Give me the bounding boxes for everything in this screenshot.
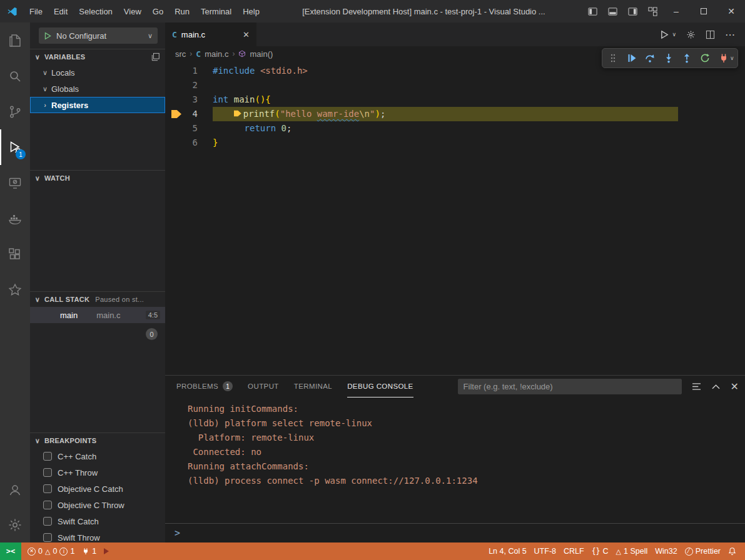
breadcrumb-folder[interactable]: src: [175, 49, 186, 59]
collapse-all-icon[interactable]: [151, 52, 160, 61]
remote-explorer-icon[interactable]: [0, 165, 30, 201]
search-icon[interactable]: [0, 58, 30, 94]
notifications-bell-icon[interactable]: [724, 542, 740, 560]
problems-indicator[interactable]: ✕ 0 △ 0 i 1: [21, 542, 78, 560]
extensions-icon[interactable]: [0, 236, 30, 272]
maximize-button[interactable]: [690, 0, 717, 22]
continue-button[interactable]: [624, 51, 639, 66]
gutter[interactable]: [165, 92, 181, 107]
variables-item-locals[interactable]: ∨Locals: [30, 64, 165, 81]
breakpoint-checkbox[interactable]: [43, 533, 52, 542]
gutter[interactable]: [165, 107, 181, 121]
close-panel-icon[interactable]: ✕: [731, 381, 739, 392]
breakpoint-checkbox[interactable]: [43, 517, 52, 526]
toggle-sidebar-icon[interactable]: [582, 0, 602, 22]
step-over-button[interactable]: [642, 51, 657, 66]
step-into-button[interactable]: [661, 51, 676, 66]
drag-grip-icon[interactable]: [606, 51, 621, 66]
breakpoint-checkbox[interactable]: [43, 501, 52, 509]
account-icon[interactable]: [0, 472, 30, 508]
more-actions-icon[interactable]: ⋯: [725, 29, 735, 41]
code-line-4[interactable]: 4 printf("hello wamr-ide\n");: [165, 107, 745, 121]
panel-tab-output[interactable]: OUTPUT: [248, 376, 279, 398]
breakpoint-row[interactable]: Swift Throw: [30, 529, 165, 542]
menu-selection[interactable]: Selection: [73, 0, 118, 22]
breadcrumb-file[interactable]: main.c: [205, 49, 228, 59]
gutter[interactable]: [165, 64, 181, 78]
editor-group: C main.c ✕ ∨ ⋯ src › C main.c ›: [165, 22, 745, 542]
launch-config-dropdown[interactable]: No Configurat ∨: [39, 28, 158, 44]
settings-gear-icon[interactable]: [0, 508, 30, 542]
breakpoint-row[interactable]: Swift Catch: [30, 513, 165, 529]
tab-main-c[interactable]: C main.c ✕: [165, 22, 256, 46]
remote-indicator[interactable]: ><: [0, 542, 21, 560]
split-editor-icon[interactable]: [706, 30, 715, 39]
menu-help[interactable]: Help: [237, 0, 265, 22]
debug-console-output[interactable]: Running initCommands:(lldb) platform sel…: [165, 398, 745, 523]
eol-indicator[interactable]: CRLF: [560, 542, 588, 560]
code-line-5[interactable]: 5 return 0;: [165, 121, 745, 136]
code-line-2[interactable]: 2: [165, 78, 745, 92]
source-control-icon[interactable]: [0, 94, 30, 129]
settings-gear-icon[interactable]: [686, 30, 696, 39]
step-out-button[interactable]: [679, 51, 694, 66]
run-file-button[interactable]: [660, 30, 669, 39]
breakpoint-checkbox[interactable]: [43, 468, 52, 477]
platform-indicator[interactable]: Win32: [651, 542, 681, 560]
code-line-3[interactable]: 3int main(){: [165, 92, 745, 107]
chevron-down-icon[interactable]: ∨: [672, 31, 676, 38]
menu-run[interactable]: Run: [169, 0, 195, 22]
breakpoint-checkbox[interactable]: [43, 484, 52, 493]
breadcrumb-symbol[interactable]: main(): [250, 49, 273, 59]
panel-tab-terminal[interactable]: TERMINAL: [294, 376, 332, 398]
call-stack-header[interactable]: ∨ CALL STACK Paused on st...: [30, 292, 165, 307]
gutter[interactable]: [165, 136, 181, 150]
variables-item-registers[interactable]: ›Registers: [30, 97, 165, 113]
debug-status-icon[interactable]: [100, 542, 113, 560]
spell-checker-indicator[interactable]: △ 1 Spell: [612, 542, 652, 560]
breakpoint-row[interactable]: C++ Throw: [30, 464, 165, 481]
disconnect-button[interactable]: [716, 51, 731, 66]
gutter[interactable]: [165, 121, 181, 136]
run-and-debug-icon[interactable]: 1: [0, 129, 30, 165]
docker-icon[interactable]: [0, 201, 30, 236]
customize-layout-icon[interactable]: [642, 0, 662, 22]
variables-header[interactable]: ∨ VARIABLES: [30, 49, 165, 64]
close-button[interactable]: ✕: [717, 0, 745, 22]
explorer-icon[interactable]: [0, 22, 30, 58]
chevron-down-icon[interactable]: ∨: [730, 55, 734, 61]
restart-button[interactable]: [697, 51, 712, 66]
gutter[interactable]: [165, 78, 181, 92]
code-editor[interactable]: 1#include <stdio.h>23int main(){4 printf…: [165, 61, 745, 375]
close-tab-icon[interactable]: ✕: [243, 30, 250, 39]
encoding-indicator[interactable]: UTF-8: [530, 542, 560, 560]
star-icon[interactable]: [0, 272, 30, 308]
breakpoint-row[interactable]: Objective C Throw: [30, 497, 165, 513]
code-line-6[interactable]: 6}: [165, 136, 745, 150]
menu-terminal[interactable]: Terminal: [195, 0, 237, 22]
menu-edit[interactable]: Edit: [48, 0, 73, 22]
formatter-indicator[interactable]: ⁄ Prettier: [681, 542, 724, 560]
panel-tab-debug-console[interactable]: DEBUG CONSOLE: [347, 376, 413, 398]
ports-indicator[interactable]: 1: [78, 542, 100, 560]
stack-frame-row[interactable]: main main.c 4:5: [30, 307, 165, 323]
console-filter-input[interactable]: [458, 379, 682, 394]
maximize-panel-icon[interactable]: [712, 384, 720, 389]
language-indicator[interactable]: {} C: [588, 542, 612, 560]
menu-view[interactable]: View: [118, 0, 147, 22]
debug-console-input[interactable]: >: [165, 523, 745, 542]
breakpoint-row[interactable]: Objective C Catch: [30, 481, 165, 497]
toggle-panel-icon[interactable]: [602, 0, 622, 22]
panel-tab-problems[interactable]: PROBLEMS1: [176, 376, 233, 398]
console-options-icon[interactable]: [692, 382, 701, 391]
cursor-position[interactable]: Ln 4, Col 5: [485, 542, 530, 560]
minimize-button[interactable]: –: [662, 0, 690, 22]
menu-file[interactable]: File: [24, 0, 48, 22]
watch-header[interactable]: ∨ WATCH: [30, 171, 165, 186]
variables-item-globals[interactable]: ∨Globals: [30, 81, 165, 97]
breakpoints-header[interactable]: ∨ BREAKPOINTS: [30, 433, 165, 448]
menu-go[interactable]: Go: [147, 0, 169, 22]
toggle-secondary-sidebar-icon[interactable]: [622, 0, 642, 22]
breakpoint-checkbox[interactable]: [43, 452, 52, 461]
breakpoint-row[interactable]: C++ Catch: [30, 448, 165, 464]
